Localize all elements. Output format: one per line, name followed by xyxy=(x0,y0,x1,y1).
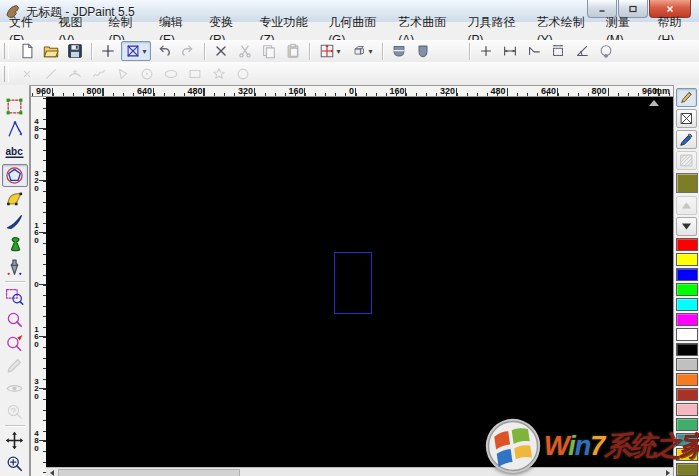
view-3d-button[interactable]: ▾ xyxy=(347,41,377,61)
color-swatch[interactable] xyxy=(676,238,698,251)
color-swatch[interactable] xyxy=(676,268,698,281)
draw-color-button[interactable] xyxy=(676,88,697,107)
measure-path-button[interactable] xyxy=(523,41,545,61)
draw-circle-icon xyxy=(235,66,251,82)
color-swatch[interactable] xyxy=(676,358,698,371)
color-swatch[interactable] xyxy=(676,418,698,431)
color-swatch[interactable] xyxy=(676,328,698,341)
view-3d-icon xyxy=(351,43,367,59)
draw-arc-button xyxy=(64,64,86,84)
select-frame-icon xyxy=(125,43,141,59)
save-file-icon xyxy=(67,43,83,59)
measure-compass-tool-button[interactable] xyxy=(2,118,28,141)
open-file-button[interactable] xyxy=(40,41,62,61)
palette-scroll-down-button[interactable] xyxy=(676,217,697,236)
node-edit-tool-button[interactable] xyxy=(2,187,28,210)
drill-tool-button[interactable] xyxy=(2,256,28,279)
dropdown-arrow-icon[interactable]: ▾ xyxy=(336,47,340,56)
zoom-tool-button[interactable] xyxy=(2,308,28,331)
draw-circle-button xyxy=(232,64,254,84)
scroll-right-arrow-icon[interactable] xyxy=(663,469,672,476)
delete-icon xyxy=(213,43,229,59)
draw-rectangle-icon xyxy=(187,66,203,82)
canvas-scroll-up-icon[interactable] xyxy=(649,100,659,106)
vruler-label: 1 6 0 xyxy=(32,326,41,349)
draw-star-icon xyxy=(211,66,227,82)
draw-polygon-icon xyxy=(115,66,131,82)
new-file-button[interactable] xyxy=(16,41,38,61)
hruler-label: 160 xyxy=(375,86,405,97)
zoom-window-tool-button[interactable] xyxy=(2,285,28,308)
knife-tool-button[interactable] xyxy=(2,210,28,233)
coordinate-frame-button[interactable]: ▾ xyxy=(315,41,345,61)
undo-button[interactable] xyxy=(153,41,175,61)
measure-path-icon xyxy=(526,43,542,59)
color-swatch[interactable] xyxy=(676,283,698,296)
show-hide-tool-button xyxy=(2,377,28,400)
color-swatch[interactable] xyxy=(676,313,698,326)
shade-solid-button[interactable] xyxy=(412,41,434,61)
measure-point-icon xyxy=(478,43,494,59)
measure-dimension-button[interactable] xyxy=(547,41,569,61)
horizontal-scrollbar[interactable] xyxy=(46,467,673,476)
shade-wireframe-button[interactable] xyxy=(388,41,410,61)
new-file-icon xyxy=(19,43,35,59)
draw-star-button xyxy=(208,64,230,84)
scroll-left-arrow-icon[interactable] xyxy=(47,469,56,476)
measure-point-button[interactable] xyxy=(475,41,497,61)
color-swatch[interactable] xyxy=(676,373,698,386)
scrollbar-thumb[interactable] xyxy=(58,469,240,476)
toolbar-grip[interactable] xyxy=(4,66,9,82)
toolbar-separator xyxy=(382,43,383,60)
toolbox-separator xyxy=(5,281,25,283)
draw-polygon-button xyxy=(112,64,134,84)
hruler-label: 480 xyxy=(173,86,203,97)
pick-point-button[interactable] xyxy=(97,41,119,61)
vertical-ruler: 6 4 04 8 03 2 01 6 001 6 03 2 04 8 06 4 … xyxy=(30,97,46,476)
hruler-label: 800 xyxy=(72,86,102,97)
zoom-in-tool-button[interactable] xyxy=(2,452,28,475)
color-swatch[interactable] xyxy=(676,343,698,356)
color-swatch[interactable] xyxy=(676,298,698,311)
copy-button xyxy=(258,41,280,61)
color-swatch[interactable] xyxy=(676,463,698,476)
fill-color-button[interactable] xyxy=(676,130,697,149)
no-color-button[interactable] xyxy=(676,109,697,128)
color-swatch[interactable] xyxy=(676,253,698,266)
select-frame-button[interactable]: ▾ xyxy=(121,41,151,61)
coordinate-frame-icon xyxy=(319,43,335,59)
text-tool-button[interactable]: abc xyxy=(2,141,28,164)
dropdown-arrow-icon[interactable]: ▾ xyxy=(142,47,146,56)
zoom-dynamic-tool-button[interactable] xyxy=(2,331,28,354)
color-swatch[interactable] xyxy=(676,388,698,401)
drawn-rectangle[interactable] xyxy=(334,252,372,314)
hruler-label: 0 xyxy=(324,86,354,97)
shape-tool-button[interactable] xyxy=(2,164,28,187)
drawing-canvas[interactable] xyxy=(46,97,673,467)
delete-button[interactable] xyxy=(210,41,232,61)
draw-point-icon xyxy=(19,66,35,82)
save-file-button[interactable] xyxy=(64,41,86,61)
paste-button xyxy=(282,41,304,61)
tool-palette: abc xyxy=(0,85,30,476)
measure-angle-button[interactable] xyxy=(571,41,593,61)
pattern-fill-button xyxy=(676,151,697,170)
pan-tool-button[interactable] xyxy=(2,429,28,452)
measure-distance-button[interactable] xyxy=(499,41,521,61)
toolbar-grip[interactable] xyxy=(4,43,9,59)
lathe-tool-button[interactable] xyxy=(2,233,28,256)
measure-arc-button[interactable] xyxy=(595,41,617,61)
dropdown-arrow-icon[interactable]: ▾ xyxy=(368,47,372,56)
measure-dimension-icon xyxy=(550,43,566,59)
draw-point-button xyxy=(16,64,38,84)
draw-spline-button xyxy=(88,64,110,84)
toolbar-separator xyxy=(204,43,205,60)
color-swatch[interactable] xyxy=(676,433,698,446)
toolbar-draw xyxy=(0,62,699,86)
toolbar-main: ▾▾▾ xyxy=(0,40,699,63)
select-tool-button[interactable] xyxy=(2,95,28,118)
color-swatch[interactable] xyxy=(676,448,698,461)
color-swatch[interactable] xyxy=(676,403,698,416)
menu-bar: 文件(F)视图(V)绘制(D)编辑(E)变换(R)专业功能(Z)几何曲面(G)艺… xyxy=(0,22,699,41)
toolbar-separator xyxy=(91,43,92,60)
